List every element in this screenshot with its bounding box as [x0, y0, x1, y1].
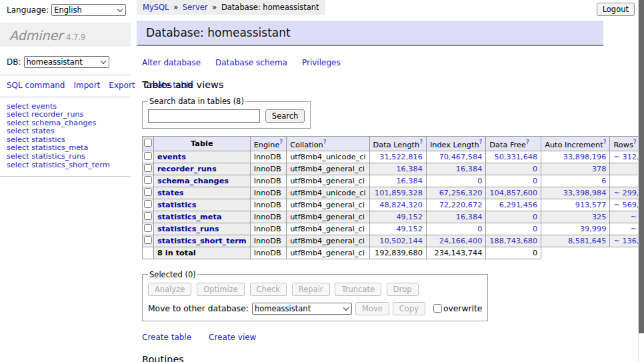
data-free-cell: 0: [486, 211, 541, 223]
sidebar-link-sql-command[interactable]: SQL command: [7, 81, 65, 90]
total-engine: InnoDB: [250, 247, 287, 259]
move-row: Move to other database:homeassistantMove…: [148, 302, 482, 315]
table-row-statistics-runs: statistics_runs InnoDB utf8mb4_general_c…: [143, 223, 644, 235]
sidebar-item-select-recorder-runs[interactable]: select recorder_runs: [7, 111, 124, 119]
collation-cell: utf8mb4_general_ci: [287, 175, 369, 187]
create-view-link[interactable]: Create view: [209, 333, 256, 342]
breadcrumb-separator: »: [173, 3, 178, 12]
column-help-link[interactable]: ?: [526, 139, 529, 145]
table-link[interactable]: states: [157, 189, 184, 197]
row-checkbox[interactable]: [144, 176, 152, 184]
row-checkbox[interactable]: [144, 224, 152, 232]
table-name-cell: recorder_runs: [154, 163, 251, 175]
language-label: Language:: [7, 5, 49, 15]
breadcrumb-link-mysql[interactable]: MySQL: [143, 3, 169, 12]
engine-cell: InnoDB: [250, 175, 287, 187]
table-link[interactable]: recorder_runs: [157, 165, 217, 173]
app-title: Adminer: [9, 28, 63, 43]
data-length-cell: 48,824,320: [369, 199, 426, 211]
table-total-row: 8 in total InnoDB utf8mb4_general_ci 192…: [143, 247, 644, 259]
column-help-link[interactable]: ?: [419, 139, 423, 145]
sidebar-item-select-statistics-runs[interactable]: select statistics_runs: [7, 153, 124, 161]
table-row-events: events InnoDB utf8mb4_unicode_ci 31,522,…: [143, 151, 644, 163]
selected-buttons-row: Analyze Optimize Check Repair Truncate D…: [148, 283, 482, 296]
move-db-select[interactable]: homeassistant: [252, 303, 352, 315]
move-button[interactable]: Move: [355, 302, 389, 315]
select-all-checkbox[interactable]: [144, 139, 152, 147]
table-name-cell: schema_changes: [154, 175, 251, 187]
check-button[interactable]: Check: [250, 283, 287, 296]
breadcrumb-link-server[interactable]: Server: [183, 3, 208, 12]
table-link[interactable]: statistics_meta: [157, 213, 222, 221]
collation-cell: utf8mb4_unicode_ci: [287, 151, 369, 163]
db-select[interactable]: homeassistant: [24, 56, 109, 68]
selected-legend: Selected (0): [148, 270, 197, 279]
main-content: MySQL » Server » Database: homeassistant…: [137, 0, 603, 362]
row-checkbox[interactable]: [144, 164, 152, 172]
table-row-states: states InnoDB utf8mb4_unicode_ci 101,859…: [143, 187, 644, 199]
row-checkbox[interactable]: [144, 152, 152, 160]
language-select[interactable]: English: [51, 4, 126, 16]
search-button[interactable]: Search: [265, 109, 305, 123]
table-name-cell: states: [154, 187, 251, 199]
data-free-cell: 188,743,680: [486, 235, 541, 247]
data-length-cell: 49,152: [369, 211, 426, 223]
column-help-link[interactable]: ?: [633, 139, 637, 145]
move-label: Move to other database:: [148, 304, 249, 313]
column-header-collation: Collation?: [287, 137, 369, 151]
truncate-button[interactable]: Truncate: [335, 283, 381, 296]
row-checkbox[interactable]: [144, 236, 152, 244]
sidebar-table-links: select events select recorder_runs selec…: [7, 103, 124, 170]
page-title: Database: homeassistant: [137, 21, 603, 46]
app-version: 4.7.9: [66, 33, 85, 42]
auto-increment-cell: 325: [541, 211, 610, 223]
column-help-link[interactable]: ?: [279, 139, 283, 145]
collation-cell: utf8mb4_general_ci: [287, 223, 369, 235]
column-header-index-length: Index Length?: [426, 137, 485, 151]
row-checkbox[interactable]: [144, 200, 152, 208]
collation-cell: utf8mb4_general_ci: [287, 235, 369, 247]
repair-button[interactable]: Repair: [292, 283, 330, 296]
table-name-cell: statistics_runs: [154, 223, 251, 235]
database-schema-link[interactable]: Database schema: [215, 58, 287, 67]
analyze-button[interactable]: Analyze: [148, 283, 191, 296]
search-input[interactable]: [148, 109, 260, 123]
optimize-button[interactable]: Optimize: [197, 283, 245, 296]
engine-cell: InnoDB: [250, 211, 287, 223]
table-link[interactable]: statistics: [157, 201, 196, 209]
collation-cell: utf8mb4_general_ci: [287, 211, 369, 223]
sidebar-item-select-states[interactable]: select states: [7, 127, 124, 136]
sidebar-link-import[interactable]: Import: [73, 81, 100, 90]
column-help-link[interactable]: ?: [323, 139, 327, 145]
table-link[interactable]: statistics_short_term: [157, 237, 247, 245]
data-length-cell: 101,859,328: [369, 187, 426, 199]
sidebar-actions: SQL commandImportExportCreate table: [7, 81, 124, 91]
table-link[interactable]: statistics_runs: [157, 225, 219, 233]
column-help-link[interactable]: ?: [603, 139, 607, 145]
alter-database-link[interactable]: Alter database: [142, 58, 201, 67]
index-length-cell: 16,384: [426, 163, 485, 175]
privileges-link[interactable]: Privileges: [302, 58, 341, 67]
create-table-link[interactable]: Create table: [142, 333, 191, 342]
auto-increment-cell: 33,898,196: [541, 151, 610, 163]
row-checkbox[interactable]: [144, 188, 152, 196]
row-checkbox[interactable]: [144, 212, 152, 220]
drop-button[interactable]: Drop: [387, 283, 419, 296]
column-help-link[interactable]: ?: [479, 139, 483, 145]
scrollbar[interactable]: [638, 0, 644, 362]
data-length-cell: 16,384: [369, 163, 426, 175]
table-link[interactable]: schema_changes: [157, 177, 229, 185]
sidebar-item-select-statistics-short-term[interactable]: select statistics_short_term: [7, 161, 124, 170]
column-header-auto-increment: Auto Increment?: [541, 137, 610, 151]
copy-button[interactable]: Copy: [393, 302, 425, 315]
data-length-cell: 31,522,816: [369, 151, 426, 163]
sidebar-link-export[interactable]: Export: [109, 81, 135, 90]
logout-button[interactable]: Logout: [597, 3, 635, 16]
database-links: Alter databaseDatabase schemaPrivileges: [142, 58, 598, 67]
scrollbar-thumb[interactable]: [639, 0, 644, 333]
collation-cell: utf8mb4_general_ci: [287, 199, 369, 211]
overwrite-checkbox[interactable]: [433, 304, 442, 313]
data-free-cell: 0: [486, 163, 541, 175]
index-length-cell: 24,166,400: [426, 235, 485, 247]
table-link[interactable]: events: [157, 153, 186, 161]
